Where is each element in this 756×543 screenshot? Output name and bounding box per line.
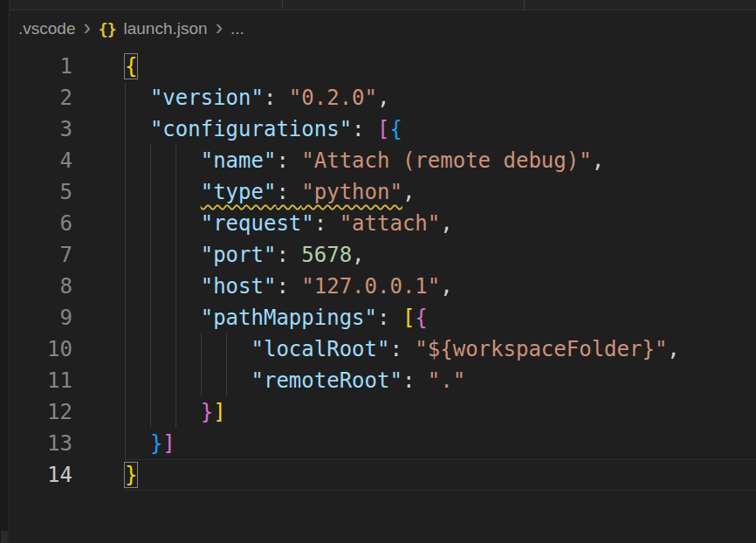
token: 5678 [301, 243, 352, 267]
line-content[interactable]: "configurations": [{ [125, 113, 756, 145]
line-content[interactable]: "name": "Attach (remote debug)", [125, 145, 756, 176]
code-line[interactable]: 10 "localRoot": "${workspaceFolder}", [10, 333, 756, 365]
token: , [402, 180, 415, 204]
token: ] [213, 400, 225, 424]
code-line[interactable]: 7 "port": 5678, [10, 239, 756, 271]
indent-guide [175, 145, 176, 176]
code-line[interactable]: 13 }] [10, 428, 756, 459]
indent-guide [150, 239, 151, 271]
token: , [440, 274, 452, 299]
line-number[interactable]: 7 [10, 239, 72, 271]
code-line[interactable]: 4 "name": "Attach (remote debug)", [10, 145, 756, 176]
line-content[interactable]: "port": 5678, [125, 239, 756, 271]
line-number[interactable]: 14 [10, 459, 72, 491]
token: ] [162, 431, 175, 456]
indent-guide [125, 82, 126, 113]
token: "attach" [340, 211, 441, 236]
token: } [150, 431, 162, 456]
line-content[interactable]: }] [125, 396, 756, 428]
indent-guide [125, 302, 126, 333]
line-content[interactable]: { [125, 51, 756, 82]
token: "python" [301, 180, 402, 204]
editor-group-left-border [0, 0, 10, 543]
token: [ [402, 306, 415, 330]
line-content[interactable]: "host": "127.0.0.1", [125, 271, 756, 302]
indent-guide [125, 208, 126, 239]
token: "0.2.0" [289, 86, 377, 110]
breadcrumb-symbol-ellipsis[interactable]: ... [230, 19, 244, 38]
line-content[interactable]: "localRoot": "${workspaceFolder}", [125, 333, 756, 365]
line-number[interactable]: 10 [10, 333, 72, 365]
indent-guide [125, 271, 126, 302]
indent-guide [125, 333, 126, 365]
token: : [276, 274, 301, 299]
indent-guide [175, 333, 176, 365]
code-area[interactable]: 1{2 "version": "0.2.0",3 "configurations… [10, 51, 756, 491]
line-number[interactable]: 1 [10, 51, 72, 82]
indent-guide [175, 302, 176, 333]
token [125, 431, 150, 456]
left-scrollbar-thumb[interactable] [1, 531, 8, 543]
line-number[interactable]: 11 [10, 365, 72, 396]
line-content[interactable]: "request": "attach", [125, 208, 756, 239]
token: , [667, 337, 679, 361]
token: "Attach (remote debug)" [301, 148, 591, 173]
matched-bracket: } [125, 463, 137, 487]
token [125, 86, 150, 110]
token [125, 368, 251, 393]
line-content[interactable]: "version": "0.2.0", [125, 82, 756, 113]
line-content[interactable]: "remoteRoot": "." [125, 365, 756, 396]
line-content[interactable]: "type": "python", [125, 176, 756, 208]
token: "name" [201, 148, 277, 173]
code-line[interactable]: 1{ [10, 51, 756, 82]
vscode-editor-window: .vscode › {} launch.json › ... 1{2 "vers… [0, 0, 756, 543]
token: "." [428, 368, 465, 393]
line-number[interactable]: 12 [10, 396, 72, 428]
token: "localRoot" [251, 337, 390, 361]
indent-guide [175, 365, 176, 396]
code-line[interactable]: 9 "pathMappings": [{ [10, 302, 756, 333]
token: : [276, 180, 301, 204]
token [125, 211, 201, 236]
line-content[interactable]: "pathMappings": [{ [125, 302, 756, 333]
code-line[interactable]: 11 "remoteRoot": "." [10, 365, 756, 396]
token: : [389, 337, 415, 361]
line-number[interactable]: 9 [10, 302, 72, 333]
token [125, 274, 201, 299]
tab-bar[interactable] [10, 0, 756, 10]
line-number[interactable]: 13 [10, 428, 72, 459]
line-number[interactable]: 2 [10, 82, 72, 113]
token [125, 117, 150, 141]
line-number[interactable]: 8 [10, 271, 72, 302]
line-number[interactable]: 6 [10, 208, 72, 239]
code-line[interactable]: 2 "version": "0.2.0", [10, 82, 756, 113]
token [125, 337, 251, 361]
code-line[interactable]: 3 "configurations": [{ [10, 113, 756, 145]
line-content[interactable]: }] [125, 428, 756, 459]
token: "host" [201, 274, 277, 299]
matched-bracket: { [125, 54, 137, 79]
breadcrumb-folder[interactable]: .vscode [18, 19, 75, 38]
indent-guide [175, 396, 176, 428]
token [125, 148, 201, 173]
token: , [440, 211, 452, 236]
token: , [352, 243, 364, 267]
line-content[interactable]: } [125, 459, 756, 491]
code-line[interactable]: 6 "request": "attach", [10, 208, 756, 239]
line-number[interactable]: 4 [10, 145, 72, 176]
token [125, 400, 201, 424]
line-number[interactable]: 3 [10, 113, 72, 145]
token: "type" [201, 180, 277, 204]
indent-guide [150, 271, 151, 302]
breadcrumb-file[interactable]: launch.json [124, 19, 208, 38]
code-line[interactable]: 12 }] [10, 396, 756, 428]
code-line[interactable]: 8 "host": "127.0.0.1", [10, 271, 756, 302]
json-file-icon: {} [99, 20, 116, 38]
code-line[interactable]: 14} [10, 459, 756, 491]
token: "version" [150, 86, 264, 110]
indent-guide [150, 208, 151, 239]
indent-guide [125, 176, 126, 208]
code-line[interactable]: 5 "type": "python", [10, 176, 756, 208]
line-number[interactable]: 5 [10, 176, 72, 208]
indent-guide [150, 333, 151, 365]
